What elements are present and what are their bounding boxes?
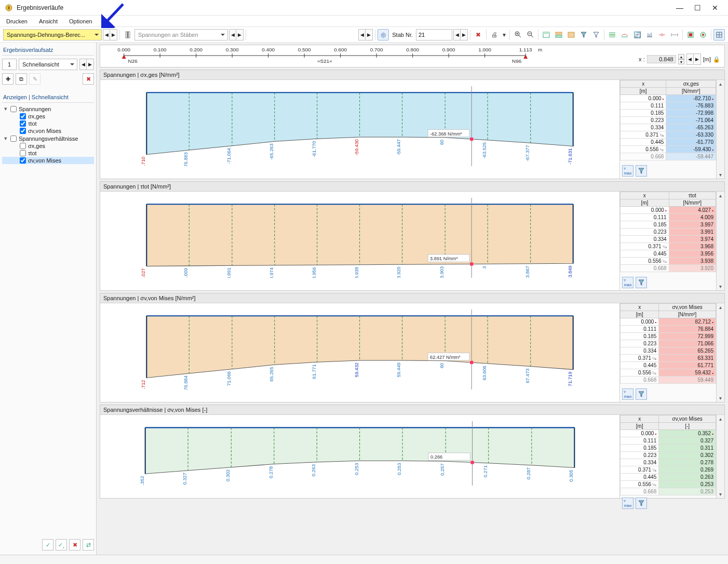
delete-set-button[interactable]: ✖ [83, 73, 94, 85]
tree-node-tau-tot[interactable]: τtot [2, 120, 94, 127]
toggle1-icon[interactable] [606, 29, 618, 41]
table-row[interactable]: 0.3340.278 [621, 459, 716, 466]
table-row[interactable]: 0.11176.884 [621, 326, 716, 333]
lock-icon[interactable]: 🔒 [713, 56, 720, 63]
chart-plot[interactable]: 82.71276.88471.06665.26561.77159.43259.4… [100, 303, 619, 402]
chk-spannungen[interactable] [10, 106, 17, 112]
chk-tau-tot[interactable] [20, 120, 26, 127]
view-prev-button[interactable]: ◀ [79, 59, 87, 70]
table-row[interactable]: 0.000•82.712• [621, 318, 716, 326]
table-max-button[interactable]: ▿max [622, 498, 633, 509]
menu-optionen[interactable]: Optionen [66, 17, 96, 25]
table-row[interactable]: 0.334-65.263 [621, 124, 716, 131]
table-row[interactable]: 0.18572.999 [621, 333, 716, 340]
edit-set-button[interactable]: ✎ [29, 73, 41, 85]
hinge-icon[interactable] [656, 29, 668, 41]
view-dropdown[interactable]: Schnellansicht [19, 59, 77, 70]
table-filter-button[interactable] [636, 388, 647, 400]
filter2-icon[interactable] [590, 29, 602, 41]
table-row[interactable]: 0.1853.997 [621, 221, 716, 229]
toggle3-icon[interactable] [644, 29, 655, 41]
tree-node-sigma-vm[interactable]: σv,von Mises [2, 127, 94, 135]
chk-sigma-x[interactable] [20, 113, 26, 119]
legend1-icon[interactable] [685, 29, 696, 41]
chart-scrollbar[interactable]: ▴▾ [716, 415, 724, 498]
table-row[interactable]: 0.44561.771 [621, 362, 716, 369]
result-next-button[interactable]: ▶ [236, 29, 244, 41]
pick-icon[interactable]: ◎ [378, 29, 389, 41]
section-icon[interactable] [122, 29, 133, 41]
chart-scrollbar[interactable]: ▴▾ [716, 303, 724, 402]
chart-scrollbar[interactable]: ▴▾ [716, 192, 724, 290]
print-icon[interactable]: 🖨 [489, 29, 500, 41]
chart-scrollbar[interactable]: ▴▾ [716, 80, 724, 179]
chart-plot[interactable]: 0.3520.3270.3020.2780.2630.2530.2530.257… [100, 415, 619, 498]
table-row[interactable]: 0.371 ¹/₃3.968 [621, 243, 716, 250]
table-row[interactable]: 0.556 ¹/₂59.432• [621, 369, 716, 377]
ruler-spin-down[interactable]: ▾ [678, 59, 684, 64]
chk-verh-sigma-vm[interactable] [20, 157, 26, 164]
sync-icon[interactable]: 🔄 [631, 29, 643, 41]
stab-number-input[interactable] [416, 29, 452, 41]
table-row[interactable]: 0.2230.302 [621, 452, 716, 459]
table-row[interactable]: 0.22371.066 [621, 340, 716, 347]
table-row[interactable]: 0.1114.009 [621, 214, 716, 221]
table-row[interactable]: 0.4450.263 [621, 474, 716, 481]
stab-prev-button[interactable]: ◀ [453, 29, 461, 41]
stab-next-button[interactable]: ▶ [461, 29, 468, 41]
duplicate-set-button[interactable]: ⧉ [16, 73, 27, 85]
tree-node-spannungen[interactable]: ▾Spannungen [2, 105, 94, 113]
menu-drucken[interactable]: Drucken [3, 17, 31, 25]
toggle2-icon[interactable] [619, 29, 630, 41]
stab-quick-prev[interactable]: ◀ [358, 29, 366, 41]
grid-icon[interactable] [713, 29, 725, 41]
layout2-icon[interactable] [553, 29, 564, 41]
tree-node-verh-sigma-vm[interactable]: σv,von Mises [2, 157, 94, 164]
table-row[interactable]: 0.000•4.027• [621, 207, 716, 214]
table-row[interactable]: 0.6683.920 [621, 265, 716, 272]
remove-link-icon[interactable]: ✖ [473, 29, 484, 41]
chart-plot[interactable]: -82.710-76.883-71.064-65.263-61.770-59.4… [100, 80, 619, 179]
tree-node-sigma-x[interactable]: σx,ges [2, 113, 94, 120]
table-row[interactable]: 0.556 ¹/₂3.938 [621, 258, 716, 265]
tree-node-verh-sigma-x[interactable]: σx,ges [2, 142, 94, 150]
filter1-icon[interactable] [578, 29, 589, 41]
table-row[interactable]: 0.668-59.447 [621, 153, 716, 160]
close-button[interactable]: ✕ [706, 0, 724, 16]
new-set-button[interactable]: ✚ [2, 73, 14, 85]
table-row[interactable]: 0.2233.991 [621, 229, 716, 236]
zoom-out-icon[interactable] [524, 29, 536, 41]
table-row[interactable]: 0.1850.311 [621, 445, 716, 452]
module-next-button[interactable]: ▶ [110, 29, 117, 41]
width-icon[interactable] [669, 29, 680, 41]
table-filter-button[interactable] [636, 277, 647, 288]
table-filter-button[interactable] [636, 165, 647, 177]
table-row[interactable]: 0.4453.956 [621, 250, 716, 258]
legend2-icon[interactable] [697, 29, 709, 41]
ruler-next-button[interactable]: ▶ [694, 53, 701, 65]
table-row[interactable]: 0.66859.449 [621, 377, 716, 384]
table-row[interactable]: 0.000•-82.710• [621, 95, 716, 102]
table-max-button[interactable]: ▿max [622, 388, 633, 400]
chk-verh-tau-tot[interactable] [20, 150, 26, 156]
view-next-button[interactable]: ▶ [87, 59, 94, 70]
table-row[interactable]: 0.111-76.883 [621, 102, 716, 110]
table-row[interactable]: 0.000•0.352• [621, 430, 716, 437]
uncheck-all-button[interactable]: ✖ [69, 539, 80, 550]
table-max-button[interactable]: ▿max [622, 165, 633, 177]
apply-button[interactable]: ⇄ [83, 539, 94, 550]
design-module-dropdown[interactable]: Spannungs-Dehnungs-Berec... [3, 29, 102, 41]
module-prev-button[interactable]: ◀ [103, 29, 110, 41]
check-all-button[interactable]: ✓ [42, 539, 53, 550]
table-row[interactable]: 0.6680.253 [621, 488, 716, 495]
table-row[interactable]: 0.223-71.064 [621, 117, 716, 124]
table-row[interactable]: 0.371 ¹/₃63.331 [621, 355, 716, 362]
table-row[interactable]: 0.33465.265 [621, 347, 716, 355]
menu-ansicht[interactable]: Ansicht [36, 17, 61, 25]
check-some-button[interactable]: ✓¸ [56, 539, 67, 550]
maximize-button[interactable]: ☐ [689, 0, 706, 16]
chk-verh[interactable] [10, 136, 17, 142]
layout3-icon[interactable] [565, 29, 577, 41]
result-prev-button[interactable]: ◀ [229, 29, 236, 41]
table-row[interactable]: 0.371 ¹/₃0.269 [621, 466, 716, 474]
